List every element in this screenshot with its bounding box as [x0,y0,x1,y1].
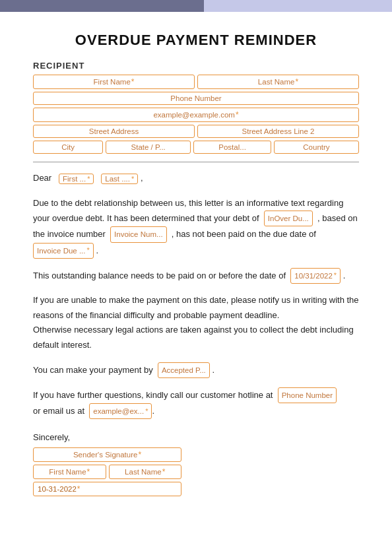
amount-field[interactable]: InOver Du... [264,211,313,226]
dear-first-field[interactable]: First ...* [59,174,94,184]
state-input[interactable]: State / P... [106,141,191,154]
hotline-field[interactable]: Phone Number [278,387,337,403]
sender-first-name-input[interactable]: First Name* [33,465,106,479]
sincerely-label: Sincerely, [33,432,359,442]
para4-before: You can make your payment by [33,364,153,374]
street1-input[interactable]: Street Address [33,125,195,138]
street2-input[interactable]: Street Address Line 2 [197,125,359,138]
first-name-required: * [131,77,135,86]
paragraph-1: Due to the debt relationship between us,… [33,196,359,259]
dear-prefix: Dear [33,173,51,183]
para2-end: . [343,270,346,280]
invoice-due-field[interactable]: Invoice Due ...* [33,243,94,259]
para5-mid: or email us at [33,406,84,416]
para5-end: . [152,406,154,416]
date-input[interactable]: 10-31-2022* [33,482,181,496]
signature-input[interactable]: Sender's Signature* [33,447,181,462]
email-contact-field[interactable]: example@ex...* [89,403,152,419]
phone-input[interactable]: Phone Number [33,92,359,105]
para1-end: , has not been paid on the due date of [172,229,316,239]
country-input[interactable]: Country [274,141,359,154]
city-input[interactable]: City [33,141,103,154]
accepted-field[interactable]: Accepted P... [158,362,210,378]
recipient-label: RECIPIENT [33,61,359,71]
dear-line: Dear First ...* Last ....* , [33,173,359,184]
paragraph-2: This outstanding balance needs to be pai… [33,268,359,284]
first-name-input[interactable]: First Name* [33,75,195,89]
top-bar-right [204,0,392,12]
invoice-num-field[interactable]: Invoice Num... [110,226,167,242]
last-name-input[interactable]: Last Name* [197,75,359,89]
email-required: * [236,110,239,119]
paragraph-3: If you are unable to make the payment on… [33,293,359,353]
para2-before: This outstanding balance needs to be pai… [33,270,286,280]
sincerely-section: Sincerely, Sender's Signature* First Nam… [33,432,359,496]
pay-by-field[interactable]: 10/31/2022* [290,268,341,284]
email-input[interactable]: example@example.com* [33,108,359,122]
top-bar-left [0,0,204,12]
dear-last-field[interactable]: Last ....* [101,174,138,184]
para4-end: . [212,364,214,374]
page-title: OVERDUE PAYMENT REMINDER [33,32,359,49]
postal-input[interactable]: Postal... [193,141,271,154]
last-name-required: * [295,77,298,86]
paragraph-5: If you have further questions, kindly ca… [33,387,359,419]
paragraph-4: You can make your payment by Accepted P.… [33,362,359,378]
para5-before: If you have further questions, kindly ca… [33,389,273,399]
sender-last-name-input[interactable]: Last Name* [109,465,182,479]
section-divider [33,162,359,162]
